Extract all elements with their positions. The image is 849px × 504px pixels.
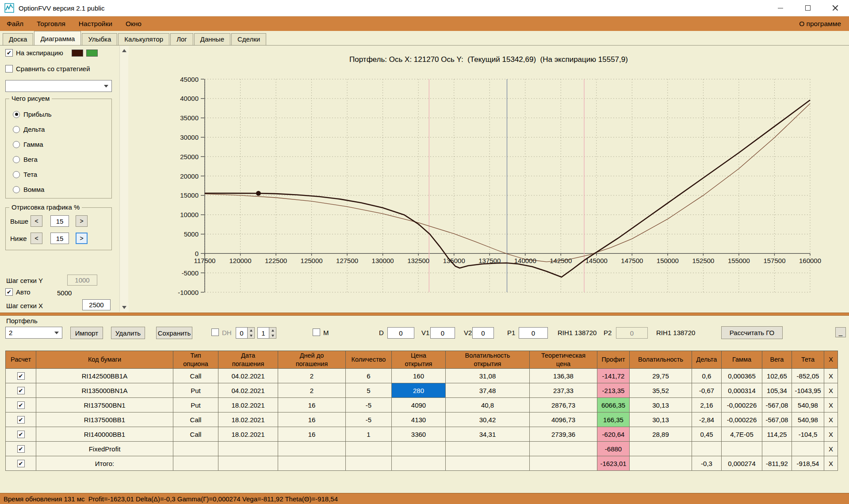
tab-deals[interactable]: Сделки <box>231 33 266 45</box>
spinner-arrows-icon[interactable] <box>248 327 255 339</box>
table-cell[interactable]: 0,45 <box>692 427 722 442</box>
expiration-color-swatch[interactable] <box>72 50 83 57</box>
radio-profit[interactable]: Прибыль <box>13 111 51 118</box>
d-input[interactable]: 0 <box>387 327 414 339</box>
table-cell[interactable]: RI137500BN1 <box>36 398 173 412</box>
menu-settings[interactable]: Настройки <box>72 16 119 31</box>
table-cell[interactable]: 4130 <box>392 412 446 427</box>
table-cell[interactable]: 16 <box>278 412 346 427</box>
delete-row-button[interactable]: X <box>824 369 838 383</box>
dh-checkbox[interactable] <box>211 328 219 336</box>
auto-checkbox[interactable] <box>5 288 13 296</box>
table-cell[interactable] <box>762 442 792 456</box>
table-cell[interactable] <box>173 456 218 471</box>
tab-calculator[interactable]: Калькулятор <box>118 33 169 45</box>
table-cell[interactable]: 102,65 <box>762 369 792 383</box>
table-cell[interactable] <box>692 442 722 456</box>
table-cell[interactable]: 16 <box>278 398 346 412</box>
table-cell[interactable]: 2739,36 <box>530 427 597 442</box>
below-increase-button[interactable]: > <box>76 233 88 244</box>
table-cell[interactable]: -6880 <box>597 442 630 456</box>
row-calc-checkbox[interactable] <box>17 372 25 380</box>
table-cell[interactable]: 29,75 <box>630 369 692 383</box>
row-calc-checkbox[interactable] <box>17 460 25 467</box>
on-expiration-checkbox[interactable] <box>5 49 13 57</box>
table-cell[interactable]: -811,92 <box>762 456 792 471</box>
table-cell[interactable] <box>218 442 278 456</box>
table-cell[interactable]: -1623,01 <box>597 456 630 471</box>
table-cell[interactable] <box>278 456 346 471</box>
maximize-button[interactable] <box>794 0 822 16</box>
minimize-button[interactable] <box>767 0 794 16</box>
tab-diagram[interactable]: Диаграмма <box>34 31 81 45</box>
table-cell[interactable]: 30,13 <box>630 398 692 412</box>
table-cell[interactable]: 114,25 <box>762 427 792 442</box>
table-cell[interactable]: 35,52 <box>630 383 692 398</box>
table-cell[interactable]: 105,34 <box>762 383 792 398</box>
table-cell[interactable]: Put <box>173 398 218 412</box>
table-cell[interactable]: 30,13 <box>630 412 692 427</box>
table-cell[interactable]: -2,84 <box>692 412 722 427</box>
table-cell[interactable] <box>346 456 392 471</box>
table-cell[interactable] <box>173 442 218 456</box>
table-cell[interactable]: 04.02.2021 <box>218 369 278 383</box>
table-cell[interactable] <box>346 442 392 456</box>
tab-data[interactable]: Данные <box>194 33 230 45</box>
table-cell[interactable]: FixedProfit <box>36 442 173 456</box>
table-cell[interactable]: 4096,73 <box>530 412 597 427</box>
table-cell[interactable] <box>218 456 278 471</box>
menu-file[interactable]: Файл <box>0 16 30 31</box>
table-cell[interactable] <box>530 442 597 456</box>
table-cell[interactable]: 4090 <box>392 398 446 412</box>
table-cell[interactable]: 2 <box>278 383 346 398</box>
table-cell[interactable]: RI140000BB1 <box>36 427 173 442</box>
table-cell[interactable]: -567,08 <box>762 398 792 412</box>
scroll-up-button[interactable] <box>120 46 129 55</box>
row-calc-checkbox[interactable] <box>17 401 25 409</box>
tab-log[interactable]: Лог <box>170 33 193 45</box>
table-cell[interactable] <box>392 456 446 471</box>
collapse-portfolio-button[interactable]: _ <box>835 327 846 337</box>
delete-row-button[interactable]: X <box>824 412 838 427</box>
table-cell[interactable]: 18.02.2021 <box>218 412 278 427</box>
p1-input[interactable]: 0 <box>519 327 548 339</box>
row-calc-checkbox[interactable] <box>17 387 25 394</box>
table-cell[interactable]: 540,98 <box>792 412 824 427</box>
table-cell[interactable] <box>630 456 692 471</box>
table-cell[interactable]: 37,48 <box>446 383 530 398</box>
calc-margin-button[interactable]: Рассчитать ГО <box>721 326 783 339</box>
row-calc-checkbox[interactable] <box>17 445 25 453</box>
save-button[interactable]: Сохранить <box>156 327 192 339</box>
table-cell[interactable]: Call <box>173 369 218 383</box>
scroll-down-button[interactable] <box>120 303 129 312</box>
tab-board[interactable]: Доска <box>3 33 33 45</box>
table-cell[interactable] <box>278 442 346 456</box>
radio-theta[interactable]: Тета <box>13 171 37 178</box>
portfolio-number-select[interactable]: 2 <box>5 327 62 339</box>
row-calc-checkbox[interactable] <box>17 431 25 438</box>
delete-row-button[interactable]: X <box>824 442 838 456</box>
table-cell[interactable]: 0,6 <box>692 369 722 383</box>
table-cell[interactable]: -918,54 <box>792 456 824 471</box>
table-cell[interactable] <box>530 456 597 471</box>
table-cell[interactable]: -852,05 <box>792 369 824 383</box>
table-cell[interactable]: -0,3 <box>692 456 722 471</box>
table-cell[interactable]: 166,35 <box>597 412 630 427</box>
v2-input[interactable]: 0 <box>472 327 494 339</box>
table-cell[interactable]: RI135000BN1A <box>36 383 173 398</box>
delete-row-button[interactable]: X <box>824 398 838 412</box>
table-cell[interactable] <box>630 442 692 456</box>
grid-x-input[interactable]: 2500 <box>82 299 111 310</box>
table-cell[interactable] <box>792 442 824 456</box>
dh-spinner-2[interactable]: 1 <box>257 327 276 339</box>
table-cell[interactable]: 31,08 <box>446 369 530 383</box>
current-color-swatch[interactable] <box>86 50 98 57</box>
table-cell[interactable]: 6066,35 <box>597 398 630 412</box>
table-cell[interactable]: 0,000274 <box>722 456 762 471</box>
table-cell[interactable]: -0,67 <box>692 383 722 398</box>
radio-vega[interactable]: Вега <box>13 156 38 163</box>
table-cell[interactable]: 1 <box>346 427 392 442</box>
table-cell[interactable]: 3360 <box>392 427 446 442</box>
radio-delta[interactable]: Дельта <box>13 126 45 133</box>
spinner-arrows-icon[interactable] <box>269 327 276 339</box>
